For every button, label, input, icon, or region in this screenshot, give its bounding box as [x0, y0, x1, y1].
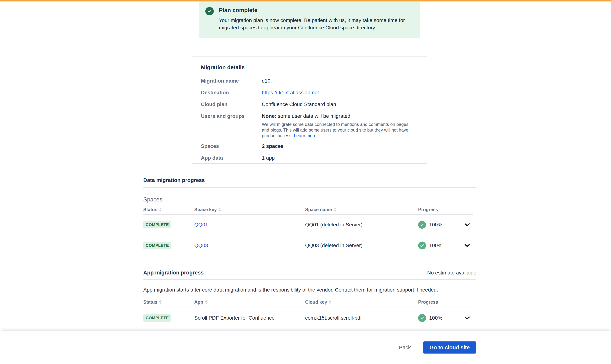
spaces-subtitle: Spaces — [143, 196, 162, 203]
learn-more-link[interactable]: Learn more — [294, 133, 316, 138]
sort-icon — [205, 300, 208, 304]
detail-label: Spaces — [201, 143, 262, 149]
back-button[interactable]: Back — [397, 342, 413, 353]
section-divider — [143, 187, 476, 188]
data-migration-heading: Data migration progress — [143, 177, 205, 183]
app-migration-heading: App migration progress — [143, 270, 204, 276]
column-header-cloud-key[interactable]: Cloud key — [305, 299, 331, 305]
column-header-space-name[interactable]: Space name — [305, 207, 336, 212]
column-header-status[interactable]: Status — [143, 299, 162, 305]
detail-row-cloud-plan: Cloud plan Confluence Cloud Standard pla… — [201, 102, 418, 107]
section-divider — [143, 279, 476, 280]
expand-row-button[interactable] — [462, 316, 473, 320]
users-groups-description: We will migrate some data connected to m… — [262, 121, 415, 139]
space-key-link[interactable]: QQ03 — [194, 243, 208, 248]
detail-label: App data — [201, 155, 262, 161]
success-check-icon — [205, 7, 214, 15]
table-row: COMPLETE QQ01 QQ01 (deleted in Server) 1… — [143, 214, 476, 235]
progress-value: 100% — [429, 222, 442, 228]
table-row: COMPLETE QQ03 QQ03 (deleted in Server) 1… — [143, 235, 476, 256]
sort-icon — [159, 300, 162, 304]
space-name: QQ03 (deleted in Server) — [305, 243, 363, 248]
app-data-value: 1 app — [262, 155, 275, 161]
detail-label: Destination — [201, 90, 262, 96]
banner-content: Plan complete Your migration plan is now… — [219, 7, 406, 33]
detail-row-migration-name: Migration name q10 — [201, 78, 418, 84]
progress-value: 100% — [429, 315, 442, 321]
progress-indicator: 100% — [418, 221, 442, 229]
spaces-count-value: 2 spaces — [262, 143, 284, 149]
sort-icon — [159, 208, 162, 211]
status-badge: COMPLETE — [143, 221, 171, 228]
status-badge: COMPLETE — [143, 242, 171, 249]
plan-complete-banner: Plan complete Your migration plan is now… — [199, 1, 420, 38]
cloud-key: com.k15t.scroll.scroll-pdf — [305, 315, 362, 321]
table-row: COMPLETE Scroll PDF Exporter for Conflue… — [143, 308, 476, 328]
column-header-progress: Progress — [418, 207, 438, 212]
app-migration-heading-row: App migration progress No estimate avail… — [143, 270, 476, 276]
check-circle-icon — [418, 314, 426, 322]
apps-table-header: Status App Cloud key Progress — [143, 299, 476, 307]
detail-row-users-groups: Users and groups None: some user data wi… — [201, 113, 418, 139]
migration-details-card: Migration details Migration name q10 Des… — [192, 56, 427, 164]
footer-bar: Back Go to cloud site — [0, 331, 611, 364]
progress-indicator: 100% — [418, 241, 442, 249]
sort-icon — [334, 208, 336, 211]
top-accent-bar — [0, 0, 611, 1]
app-migration-note: App migration starts after core data mig… — [143, 287, 476, 293]
expand-row-button[interactable] — [462, 244, 473, 247]
table-header-border — [143, 307, 473, 307]
check-circle-icon — [418, 241, 426, 249]
status-badge: COMPLETE — [143, 314, 171, 322]
users-text: some user data will be migrated — [278, 113, 350, 119]
users-groups-value: None: some user data will be migrated — [262, 113, 415, 119]
column-header-space-key[interactable]: Space key — [194, 207, 221, 212]
sort-icon — [329, 300, 331, 304]
detail-row-destination: Destination https://-k15t.atlassian.net — [201, 90, 418, 96]
users-emphasis: None: — [262, 113, 276, 119]
migration-results-page: Plan complete Your migration plan is now… — [0, 0, 611, 364]
destination-link[interactable]: https://-k15t.atlassian.net — [262, 90, 319, 95]
banner-body: Your migration plan is now complete. Be … — [219, 17, 406, 31]
app-name: Scroll PDF Exporter for Confluence — [194, 315, 274, 321]
space-name: QQ01 (deleted in Server) — [305, 222, 363, 228]
banner-title: Plan complete — [219, 7, 406, 14]
migration-name-value: q10 — [262, 78, 271, 84]
detail-label: Cloud plan — [201, 102, 262, 107]
detail-label: Users and groups — [201, 113, 262, 139]
expand-row-button[interactable] — [462, 223, 473, 227]
go-to-cloud-site-button[interactable]: Go to cloud site — [423, 341, 476, 353]
sort-icon — [219, 208, 221, 211]
detail-row-spaces: Spaces 2 spaces — [201, 143, 418, 149]
card-title: Migration details — [201, 64, 418, 70]
column-header-status[interactable]: Status — [143, 207, 162, 212]
progress-value: 100% — [429, 243, 442, 248]
detail-label: Migration name — [201, 78, 262, 84]
detail-row-app-data: App data 1 app — [201, 155, 418, 161]
estimate-text: No estimate available — [427, 270, 476, 276]
column-header-progress: Progress — [418, 299, 438, 305]
column-header-app[interactable]: App — [194, 299, 208, 305]
apps-table-body: COMPLETE Scroll PDF Exporter for Conflue… — [143, 308, 476, 328]
cloud-plan-value: Confluence Cloud Standard plan — [262, 102, 336, 107]
spaces-table-body: COMPLETE QQ01 QQ01 (deleted in Server) 1… — [143, 214, 476, 256]
spaces-table-header: Status Space key Space name Progress — [143, 207, 476, 214]
check-circle-icon — [418, 221, 426, 229]
space-key-link[interactable]: QQ01 — [194, 222, 208, 227]
progress-indicator: 100% — [418, 314, 442, 322]
